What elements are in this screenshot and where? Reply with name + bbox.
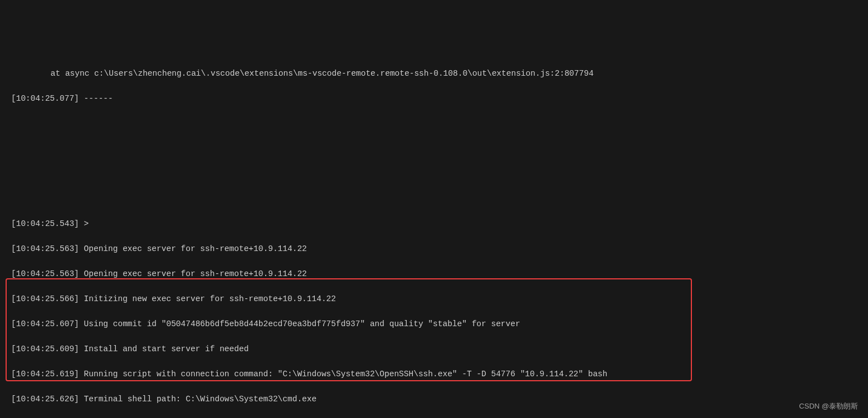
blank-line bbox=[11, 168, 857, 180]
log-line: [10:04:25.607] Using commit id "05047486… bbox=[11, 318, 857, 331]
blank-line bbox=[11, 117, 857, 130]
log-line: [10:04:25.543] > bbox=[11, 218, 857, 230]
log-line: [10:04:25.609] Install and start server … bbox=[11, 343, 857, 356]
blank-line bbox=[11, 142, 857, 155]
log-line: [10:04:25.563] Opening exec server for s… bbox=[11, 243, 857, 255]
log-line: [10:04:25.563] Opening exec server for s… bbox=[11, 268, 857, 281]
blank-line bbox=[11, 193, 857, 205]
log-line: [10:04:25.626] Terminal shell path: C:\W… bbox=[11, 393, 857, 406]
log-line: [10:04:25.077] ------ bbox=[11, 92, 857, 105]
watermark: CSDN @泰勒朗斯 bbox=[799, 400, 858, 413]
log-line: at async c:\Users\zhencheng.cai\.vscode\… bbox=[11, 67, 857, 80]
terminal-output[interactable]: at async c:\Users\zhencheng.cai\.vscode\… bbox=[11, 55, 857, 418]
log-line: [10:04:25.566] Initizing new exec server… bbox=[11, 293, 857, 306]
log-line: [10:04:25.619] Running script with conne… bbox=[11, 368, 857, 381]
